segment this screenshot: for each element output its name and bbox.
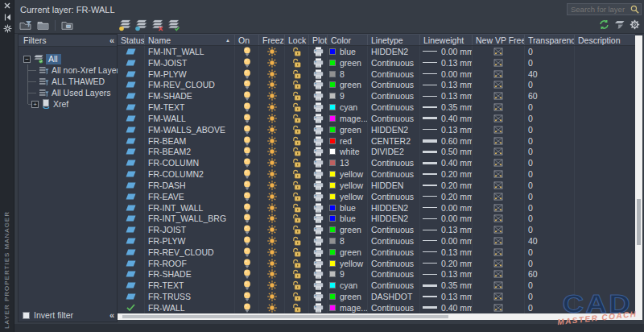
plot-printer-icon[interactable]: [309, 291, 328, 302]
table-row[interactable]: FR-SHADE9Continuous0.13 mm60: [118, 269, 635, 280]
description-cell[interactable]: [575, 46, 635, 57]
transparency-cell[interactable]: 0: [525, 202, 575, 214]
freeze-sun-icon[interactable]: [259, 291, 285, 302]
on-bulb-icon[interactable]: [235, 235, 259, 247]
on-bulb-icon[interactable]: [235, 258, 259, 269]
new-vp-freeze-icon[interactable]: [473, 135, 525, 147]
color-cell[interactable]: 8: [328, 68, 368, 80]
linetype-cell[interactable]: Continuous: [368, 102, 420, 113]
col-header-color[interactable]: Color: [328, 35, 368, 45]
layer-name[interactable]: FM-WALL: [145, 113, 235, 124]
freeze-sun-icon[interactable]: [259, 102, 285, 113]
transparency-cell[interactable]: 0: [525, 46, 575, 57]
new-vp-freeze-icon[interactable]: [473, 280, 525, 291]
new-vp-freeze-icon[interactable]: [473, 224, 525, 235]
lineweight-cell[interactable]: 0.20 mm: [420, 191, 473, 202]
table-row[interactable]: FR-BEAM2whiteDIVIDE20.50 mm0: [118, 146, 635, 157]
layer-settings-icon[interactable]: [614, 20, 625, 29]
search-input[interactable]: [568, 5, 630, 14]
on-bulb-icon[interactable]: [235, 157, 259, 168]
table-row[interactable]: FR-TRUSSgreenDASHDOT0.13 mm0: [118, 291, 635, 302]
layer-name[interactable]: FR-INT_WALL: [145, 202, 235, 214]
lineweight-cell[interactable]: 0.13 mm: [420, 79, 473, 90]
color-cell[interactable]: yellow: [328, 168, 368, 180]
filter-item-label[interactable]: All Used Layers: [52, 88, 111, 98]
layer-name[interactable]: FR-COLUMN: [145, 157, 235, 168]
plot-printer-icon[interactable]: [309, 113, 328, 124]
freeze-sun-icon[interactable]: [259, 191, 285, 202]
table-row[interactable]: FM-INT_WALLblueHIDDEN20.00 mm0: [118, 46, 635, 57]
transparency-cell[interactable]: 60: [525, 90, 575, 102]
expand-node-icon[interactable]: +: [31, 101, 39, 108]
layer-name[interactable]: FR-PLYW: [145, 235, 235, 247]
new-vp-freeze-icon[interactable]: [473, 90, 525, 102]
color-cell[interactable]: 9: [328, 90, 368, 102]
lineweight-cell[interactable]: 0.20 mm: [420, 180, 473, 191]
layer-states-manager-icon[interactable]: [60, 19, 75, 31]
linetype-cell[interactable]: Continuous: [368, 57, 420, 68]
on-bulb-icon[interactable]: [235, 247, 259, 258]
lock-icon[interactable]: [285, 79, 309, 90]
color-cell[interactable]: green: [328, 291, 368, 302]
description-cell[interactable]: [575, 291, 635, 302]
layer-name[interactable]: FM-INT_WALL: [145, 46, 235, 57]
color-cell[interactable]: blue: [328, 213, 368, 224]
freeze-sun-icon[interactable]: [259, 90, 285, 102]
col-header-lock[interactable]: Lock: [285, 35, 309, 45]
on-bulb-icon[interactable]: [235, 191, 259, 202]
on-bulb-icon[interactable]: [235, 102, 259, 113]
color-cell[interactable]: green: [328, 124, 368, 135]
linetype-cell[interactable]: HIDDEN2: [368, 46, 420, 57]
filter-item-all-thawed[interactable]: ALL THAWED: [19, 76, 117, 87]
new-vp-freeze-icon[interactable]: [473, 291, 525, 302]
col-header-status[interactable]: Status: [118, 35, 145, 45]
on-bulb-icon[interactable]: [235, 124, 259, 135]
color-cell[interactable]: cyan: [328, 102, 368, 113]
layer-name[interactable]: FM-PLYW: [145, 68, 235, 80]
lock-icon[interactable]: [285, 202, 309, 214]
new-vp-freeze-icon[interactable]: [473, 191, 525, 202]
on-bulb-icon[interactable]: [235, 291, 259, 302]
plot-printer-icon[interactable]: [309, 247, 328, 258]
transparency-cell[interactable]: 0: [525, 135, 575, 147]
lock-icon[interactable]: [285, 168, 309, 180]
filter-item-xref[interactable]: + Xref: [19, 98, 117, 110]
lineweight-cell[interactable]: 0.00 mm: [420, 46, 473, 57]
layer-name[interactable]: FR-TRUSS: [145, 291, 235, 302]
on-bulb-icon[interactable]: [235, 79, 259, 90]
on-bulb-icon[interactable]: [235, 135, 259, 147]
table-row[interactable]: FM-TEXTcyanContinuous0.35 mm0: [118, 102, 635, 113]
lock-icon[interactable]: [285, 124, 309, 135]
color-cell[interactable]: green: [328, 57, 368, 68]
transparency-cell[interactable]: 0: [525, 113, 575, 124]
table-row[interactable]: FR-WALLmage...Continuous0.40 mm0: [118, 302, 635, 313]
collapse-node-icon[interactable]: −: [23, 56, 31, 63]
new-layer-icon[interactable]: [118, 19, 132, 31]
new-vp-freeze-icon[interactable]: [473, 269, 525, 280]
transparency-cell[interactable]: 0: [525, 291, 575, 302]
new-vp-freeze-icon[interactable]: [473, 302, 525, 313]
horizontal-scrollbar[interactable]: [118, 313, 642, 320]
close-icon[interactable]: [0, 0, 14, 11]
table-row[interactable]: FM-REV_CLOUDgreenContinuous0.13 mm0: [118, 79, 635, 90]
filter-item-xref-label[interactable]: Xref: [53, 99, 68, 109]
plot-printer-icon[interactable]: [309, 258, 328, 269]
settings-gear-icon[interactable]: [630, 19, 640, 30]
color-cell[interactable]: yellow: [328, 258, 368, 269]
table-row[interactable]: FM-WALLS_ABOVEgreenHIDDEN20.13 mm0: [118, 124, 635, 135]
lineweight-cell[interactable]: 0.40 mm: [420, 157, 473, 168]
on-bulb-icon[interactable]: [235, 168, 259, 180]
linetype-cell[interactable]: Continuous: [368, 224, 420, 235]
color-cell[interactable]: green: [328, 224, 368, 235]
color-cell[interactable]: 8: [328, 235, 368, 247]
linetype-cell[interactable]: Continuous: [368, 258, 420, 269]
transparency-cell[interactable]: 0: [525, 79, 575, 90]
lineweight-cell[interactable]: 0.13 mm: [420, 224, 473, 235]
plot-printer-icon[interactable]: [309, 57, 328, 68]
plot-printer-icon[interactable]: [309, 157, 328, 168]
layer-name[interactable]: FR-SHADE: [145, 269, 235, 280]
lock-icon[interactable]: [285, 213, 309, 224]
lock-icon[interactable]: [285, 235, 309, 247]
layer-name[interactable]: FR-JOIST: [145, 224, 235, 235]
col-header-linetype[interactable]: Linetype: [368, 35, 420, 45]
